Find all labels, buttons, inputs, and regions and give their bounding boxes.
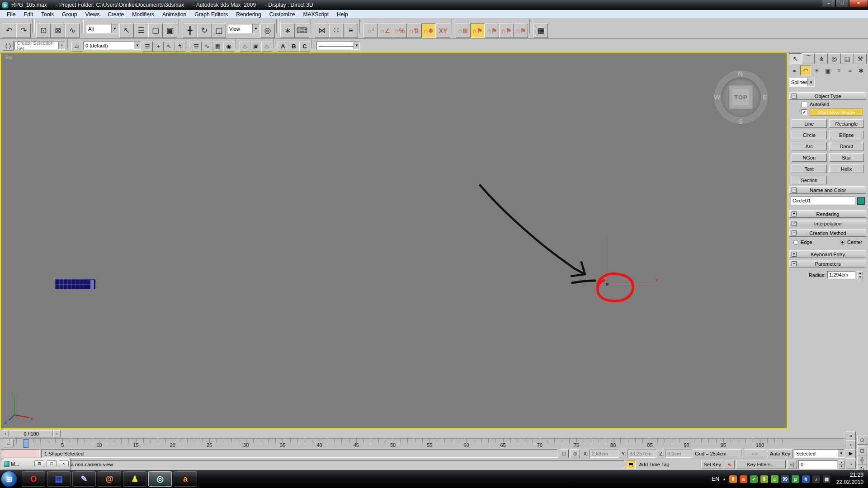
clock[interactable]: 21:29 22.02.2010 bbox=[836, 472, 863, 486]
render-preset-c-button[interactable]: C bbox=[299, 42, 310, 52]
tray-volume-icon[interactable]: ♪ bbox=[812, 475, 820, 483]
rollout-keyboard-entry[interactable]: + Keyboard Entry bbox=[789, 250, 866, 258]
add-selection-to-layer-icon[interactable]: + bbox=[153, 42, 164, 52]
region-zoom-icon[interactable]: ⊡ bbox=[857, 446, 867, 455]
time-slider-value[interactable]: 0 / 100 bbox=[10, 430, 52, 437]
selection-set-dropdown[interactable]: Create Selection Set▼ bbox=[14, 42, 65, 50]
curve-editor-icon[interactable]: ∿ bbox=[202, 42, 212, 52]
select-move-icon[interactable]: ╋ bbox=[183, 23, 197, 38]
cat-lights[interactable]: ☀ bbox=[811, 66, 822, 75]
layer-manager-icon[interactable]: ☰ bbox=[191, 42, 202, 52]
menu-item[interactable]: MAXScript bbox=[299, 10, 333, 19]
chevron-down-icon[interactable]: ▼ bbox=[807, 78, 814, 86]
collapse-icon[interactable]: − bbox=[792, 188, 797, 192]
auto-key-button[interactable]: Auto Key bbox=[768, 449, 793, 458]
shape-donut-button[interactable]: Donut bbox=[829, 142, 864, 150]
select-link-icon[interactable]: ⊡ bbox=[36, 23, 51, 38]
frame-spinner[interactable]: ▲▼ bbox=[839, 460, 844, 469]
redo-icon[interactable]: ↷ bbox=[16, 23, 31, 38]
menu-item[interactable]: Graph Editors bbox=[190, 10, 232, 19]
viewport-top[interactable]: Top N S W E TOP x y bbox=[0, 52, 788, 429]
maxscript-mini-listener[interactable] bbox=[1, 449, 40, 458]
shape-arc-button[interactable]: Arc bbox=[792, 142, 827, 150]
render-setup-icon[interactable]: ♨ bbox=[240, 42, 250, 52]
use-pivot-center-icon[interactable]: ◎ bbox=[260, 23, 275, 38]
rectangle-flyout-icon[interactable]: ▱ bbox=[71, 42, 82, 52]
time-slider-prev[interactable]: ‹ bbox=[2, 430, 9, 437]
taskbar-avast-button[interactable]: a bbox=[174, 471, 197, 487]
collapse-icon[interactable]: − bbox=[792, 261, 797, 266]
taskbar-3dsmax-button[interactable]: ◎ bbox=[148, 471, 172, 487]
undo-icon[interactable]: ↶ bbox=[2, 23, 16, 38]
shape-text-button[interactable]: Text bbox=[792, 164, 827, 173]
menu-item[interactable]: Animation bbox=[158, 10, 190, 19]
object-color-swatch[interactable] bbox=[857, 197, 865, 205]
track-slider-handle[interactable] bbox=[23, 439, 28, 448]
mini-close-button[interactable]: × bbox=[59, 460, 69, 467]
taskbar-robot-app-button[interactable]: ♟ bbox=[123, 471, 146, 487]
menu-item[interactable]: Views bbox=[81, 10, 104, 19]
tray-pause-icon[interactable]: ‖ bbox=[729, 475, 737, 483]
shape-rectangle-button[interactable]: Rectangle bbox=[829, 119, 864, 128]
minimized-window[interactable]: M... ⊡ □ × bbox=[2, 458, 71, 470]
tab-create[interactable]: ↖ bbox=[789, 53, 802, 64]
maximize-button[interactable]: □ bbox=[835, 0, 849, 7]
menu-item[interactable]: Rendering bbox=[232, 10, 265, 19]
shape-circle-button[interactable]: Circle bbox=[792, 131, 827, 139]
collapse-icon[interactable]: − bbox=[792, 230, 797, 235]
menu-item[interactable]: Tools bbox=[37, 10, 58, 19]
quick-render-icon[interactable]: ♨ bbox=[261, 42, 272, 52]
rendered-frame-window-icon[interactable]: ▣ bbox=[250, 42, 261, 52]
cat-shapes[interactable]: ◠ bbox=[800, 66, 811, 75]
render-preset-b-button[interactable]: B bbox=[288, 42, 299, 52]
chevron-down-icon[interactable]: ▼ bbox=[838, 450, 844, 457]
cat-spacewarps[interactable]: ≈ bbox=[844, 66, 856, 75]
taskbar-paint-button[interactable]: ✎ bbox=[72, 471, 96, 487]
tray-monitor-icon[interactable]: 99 bbox=[781, 475, 789, 483]
shape-star-button[interactable]: Star bbox=[829, 153, 864, 162]
menu-item[interactable]: Edit bbox=[19, 10, 37, 19]
set-current-layer-icon[interactable]: ↰ bbox=[175, 42, 185, 52]
selection-lock-icon[interactable]: ⊡ bbox=[559, 449, 569, 458]
rollout-parameters[interactable]: − Parameters bbox=[789, 260, 866, 267]
named-selection-sets-icon[interactable]: ∷ bbox=[329, 23, 344, 38]
key-filters-button[interactable]: Key Filters... bbox=[736, 460, 786, 469]
tab-modify[interactable]: ⌒ bbox=[802, 53, 815, 64]
expand-icon[interactable]: + bbox=[792, 221, 797, 226]
start-new-shape-button[interactable]: Start New Shape bbox=[810, 108, 863, 116]
snap-flag-3-icon[interactable]: ∩⚑ bbox=[499, 23, 514, 38]
mirror-icon[interactable]: ⋈ bbox=[315, 23, 329, 38]
select-manipulate-icon[interactable]: ∗ bbox=[280, 23, 295, 38]
pan-icon[interactable]: ╬ bbox=[857, 455, 867, 465]
shape-ellipse-button[interactable]: Ellipse bbox=[829, 131, 864, 139]
snap-flag-4-icon[interactable]: ∩⚑ bbox=[514, 23, 528, 38]
snap-freeze-icon[interactable]: ∩❄ bbox=[421, 23, 436, 38]
schematic-view-icon[interactable]: ▦ bbox=[212, 42, 223, 52]
snap-3d-toggle-icon[interactable]: ∩³ bbox=[363, 23, 378, 38]
taskbar-floppy-button[interactable]: ▤ bbox=[47, 471, 71, 487]
snap-flag-1-icon[interactable]: ∩⚑ bbox=[470, 23, 485, 38]
shape-section-button[interactable]: Section bbox=[792, 176, 827, 184]
shape-ngon-button[interactable]: NGon bbox=[792, 153, 827, 162]
select-objects-in-layer-icon[interactable]: ↖ bbox=[164, 42, 175, 52]
key-mode-dropdown[interactable]: Selected▼ bbox=[794, 449, 844, 458]
shape-line-button[interactable]: Line bbox=[792, 119, 827, 128]
snap-flag-2-icon[interactable]: ∩⚑ bbox=[485, 23, 499, 38]
rollout-creation-method[interactable]: − Creation Method bbox=[789, 229, 866, 237]
menu-item[interactable]: Create bbox=[104, 10, 128, 19]
chevron-down-icon[interactable]: ▼ bbox=[58, 42, 65, 49]
material-editor-icon[interactable]: ◉ bbox=[223, 42, 234, 52]
cat-systems[interactable]: ✱ bbox=[855, 66, 867, 75]
render-preset-a-button[interactable]: A bbox=[278, 42, 288, 52]
menu-item[interactable]: Customize bbox=[265, 10, 299, 19]
x-coordinate-field[interactable]: 2,63cm bbox=[590, 450, 618, 458]
chevron-down-icon[interactable]: ▼ bbox=[134, 42, 141, 49]
axis-constraint-xy-icon[interactable]: XY bbox=[436, 23, 450, 38]
add-time-tag[interactable]: Add Time Tag bbox=[637, 460, 680, 469]
stairs-array-icon[interactable]: ▦ bbox=[533, 23, 548, 38]
grid-snap-icon[interactable]: ∩⊞ bbox=[456, 23, 470, 38]
rollout-object-type[interactable]: − Object Type bbox=[789, 92, 866, 100]
edit-named-selections-icon[interactable]: ( ) bbox=[3, 41, 14, 51]
tray-green-icon[interactable]: ✓ bbox=[750, 475, 758, 483]
rollout-interpolation[interactable]: + Interpolation bbox=[789, 220, 866, 227]
